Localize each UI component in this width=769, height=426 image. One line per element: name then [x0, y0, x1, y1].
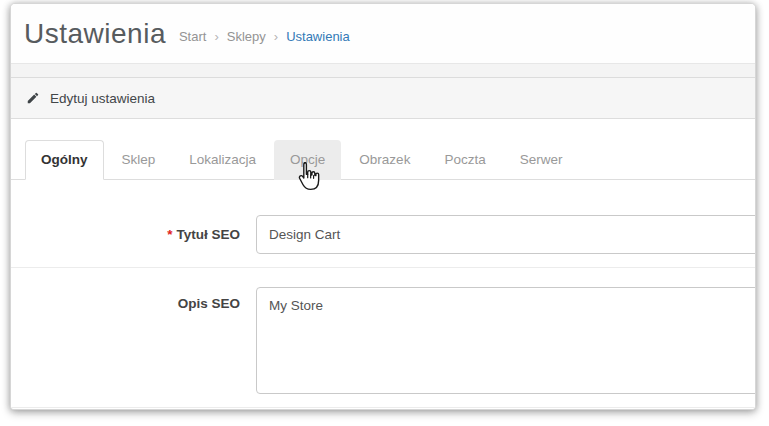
breadcrumb-separator: › [214, 29, 218, 44]
tab-sklep[interactable]: Sklep [106, 140, 172, 180]
seo-title-input[interactable] [256, 215, 756, 254]
panel-body: Ogólny Sklep Lokalizacja Opcje Obrazek P… [11, 119, 755, 409]
breadcrumb-item-ustawienia[interactable]: Ustawienia [286, 29, 350, 44]
seo-title-field-wrap [256, 215, 755, 254]
breadcrumb: Start › Sklepy › Ustawienia [179, 29, 350, 44]
seo-description-label-text: Opis SEO [178, 296, 240, 311]
tab-ogolny[interactable]: Ogólny [25, 140, 104, 180]
tab-poczta[interactable]: Poczta [428, 140, 501, 180]
settings-window: Ustawienia Start › Sklepy › Ustawienia E… [10, 3, 756, 410]
seo-title-label: *Tytuł SEO [11, 227, 256, 242]
seo-description-field-wrap: My Store [256, 287, 755, 394]
breadcrumb-separator: › [274, 29, 278, 44]
tab-opcje[interactable]: Opcje [274, 140, 341, 180]
tab-lokalizacja[interactable]: Lokalizacja [173, 140, 272, 180]
page-header: Ustawienia Start › Sklepy › Ustawienia [11, 4, 755, 64]
seo-title-label-text: Tytuł SEO [176, 227, 240, 242]
breadcrumb-item-start[interactable]: Start [179, 29, 206, 44]
pencil-icon [26, 91, 40, 105]
tab-bar: Ogólny Sklep Lokalizacja Opcje Obrazek P… [11, 140, 755, 180]
breadcrumb-item-sklepy[interactable]: Sklepy [227, 29, 266, 44]
tab-serwer[interactable]: Serwer [504, 140, 579, 180]
tab-obrazek[interactable]: Obrazek [343, 140, 426, 180]
seo-description-label: Opis SEO [11, 287, 256, 311]
content-background-strip [11, 64, 755, 78]
panel-heading: Edytuj ustawienia [11, 78, 755, 119]
panel-heading-label: Edytuj ustawienia [50, 91, 155, 106]
required-asterisk: * [167, 227, 172, 242]
page-title: Ustawienia [24, 18, 166, 50]
seo-description-textarea[interactable]: My Store [256, 287, 756, 394]
tab-content-general: *Tytuł SEO Opis SEO My Store [11, 180, 755, 408]
form-row-seo-description: Opis SEO My Store [11, 268, 755, 408]
form-row-seo-title: *Tytuł SEO [11, 215, 755, 268]
